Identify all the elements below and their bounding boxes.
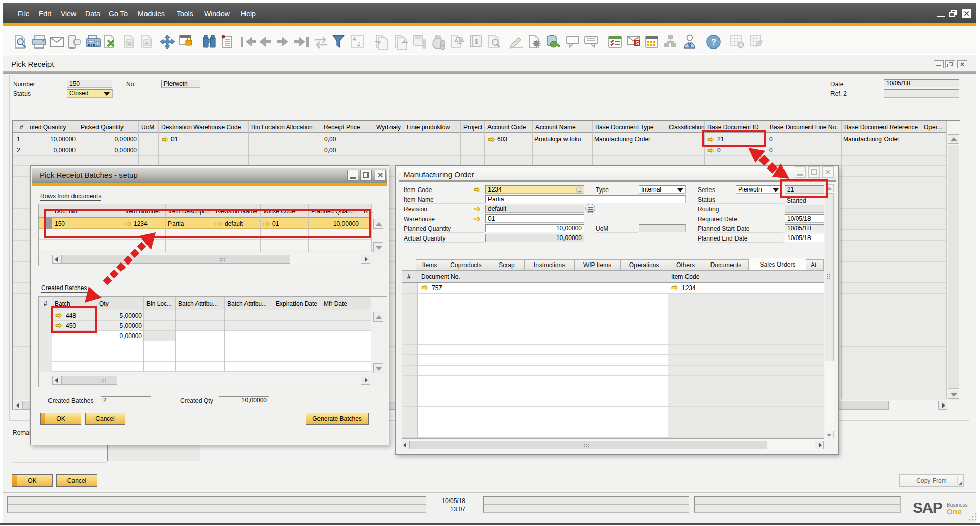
svg-text:A: A xyxy=(353,36,356,42)
svg-text:?: ? xyxy=(711,38,716,46)
svg-text:$: $ xyxy=(475,38,478,45)
svg-text:A: A xyxy=(145,41,148,46)
svg-text:S: S xyxy=(636,41,640,46)
svg-text:W: W xyxy=(127,41,132,46)
svg-text:Z: Z xyxy=(357,41,360,47)
